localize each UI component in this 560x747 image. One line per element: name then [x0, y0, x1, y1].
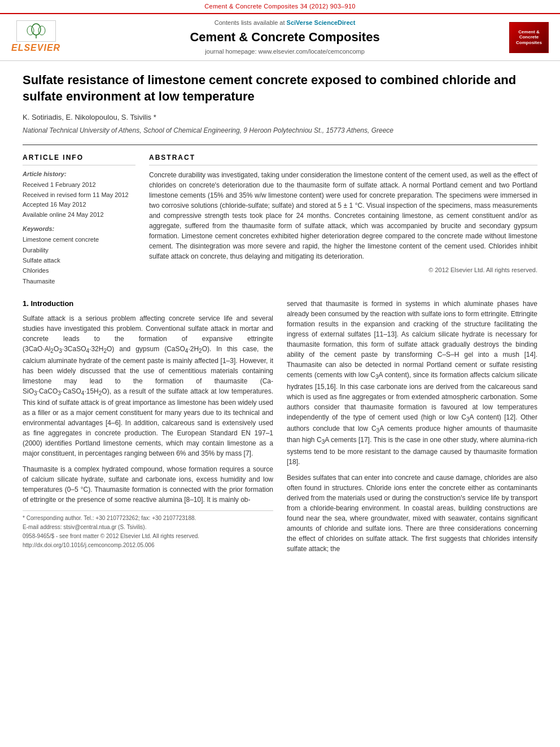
- right-paragraph-2: Besides sulfates that can enter into con…: [287, 473, 537, 554]
- history-label: Article history:: [23, 170, 135, 178]
- sciverse-prefix: Contents lists available at: [215, 19, 285, 26]
- info-abstract-section: ARTICLE INFO Article history: Received 1…: [23, 153, 537, 287]
- journal-url: journal homepage: www.elsevier.com/locat…: [60, 47, 509, 56]
- intro-paragraph-1: Sulfate attack is a serious problem affe…: [23, 313, 273, 458]
- right-paragraph-1: served that thaumasite is formed in syst…: [287, 299, 537, 467]
- article-abstract: ABSTRACT Concrete durability was investi…: [149, 153, 537, 287]
- article-info: ARTICLE INFO Article history: Received 1…: [23, 153, 135, 287]
- article-content: Sulfate resistance of limestone cement c…: [0, 61, 560, 571]
- accepted-date: Accepted 16 May 2012: [23, 200, 135, 209]
- journal-logo-image: Cement &ConcreteComposites: [509, 22, 549, 53]
- keyword-2: Durability: [23, 246, 135, 255]
- abstract-label: ABSTRACT: [149, 153, 537, 165]
- journal-center-info: Contents lists available at SciVerse Sci…: [60, 19, 509, 56]
- revised-date: Received in revised form 11 May 2012: [23, 191, 135, 199]
- available-date: Available online 24 May 2012: [23, 211, 135, 219]
- sciverse-link[interactable]: SciVerse ScienceDirect: [287, 19, 356, 26]
- intro-heading: 1. Introduction: [23, 299, 273, 309]
- right-column: served that thaumasite is formed in syst…: [287, 299, 537, 560]
- article-info-label: ARTICLE INFO: [23, 153, 135, 165]
- keyword-3: Sulfate attack: [23, 256, 135, 265]
- keyword-5: Thaumasite: [23, 277, 135, 286]
- keywords-label: Keywords:: [23, 225, 135, 233]
- intro-paragraph-2: Thaumasite is a complex hydrated compoun…: [23, 464, 273, 505]
- body-columns: 1. Introduction Sulfate attack is a seri…: [23, 299, 537, 560]
- elsevier-logo-image: [16, 20, 56, 42]
- footnote-doi: http://dx.doi.org/10.1016/j.cemconcomp.2…: [23, 541, 273, 549]
- footnote-email: E-mail address: stsiv@central.ntua.gr (S…: [23, 523, 273, 531]
- footnote-issn: 0958-9465/$ - see front matter © 2012 El…: [23, 532, 273, 540]
- received-date: Received 1 February 2012: [23, 181, 135, 189]
- authors-text: K. Sotiriadis, E. Nikolopoulou, S. Tsivi…: [23, 113, 156, 121]
- journal-title: Cement & Concrete Composites: [60, 29, 509, 46]
- footnote-asterisk: * Corresponding author. Tel.: +30 210772…: [23, 514, 273, 522]
- keyword-1: Limestone cement concrete: [23, 235, 135, 244]
- page: Cement & Concrete Composites 34 (2012) 9…: [0, 0, 560, 747]
- elsevier-brand-text: ELSEVIER: [11, 42, 60, 54]
- left-column: 1. Introduction Sulfate attack is a seri…: [23, 299, 273, 560]
- article-affiliation: National Technical University of Athens,…: [23, 126, 537, 136]
- title-divider: [23, 145, 537, 145]
- journal-banner: ELSEVIER Contents lists available at Sci…: [0, 14, 560, 61]
- sciverse-line: Contents lists available at SciVerse Sci…: [60, 19, 509, 27]
- footnote-section: * Corresponding author. Tel.: +30 210772…: [23, 510, 273, 549]
- article-authors: K. Sotiriadis, E. Nikolopoulou, S. Tsivi…: [23, 112, 537, 123]
- abstract-text: Concrete durability was investigated, ta…: [149, 170, 537, 261]
- journal-logo-text: Cement &ConcreteComposites: [516, 29, 542, 46]
- journal-reference: Cement & Concrete Composites 34 (2012) 9…: [0, 0, 560, 14]
- keyword-4: Chlorides: [23, 267, 135, 275]
- article-title: Sulfate resistance of limestone cement c…: [23, 72, 537, 104]
- elsevier-logo: ELSEVIER: [11, 20, 60, 54]
- copyright-line: © 2012 Elsevier Ltd. All rights reserved…: [149, 266, 537, 274]
- journal-ref-text: Cement & Concrete Composites 34 (2012) 9…: [204, 3, 356, 10]
